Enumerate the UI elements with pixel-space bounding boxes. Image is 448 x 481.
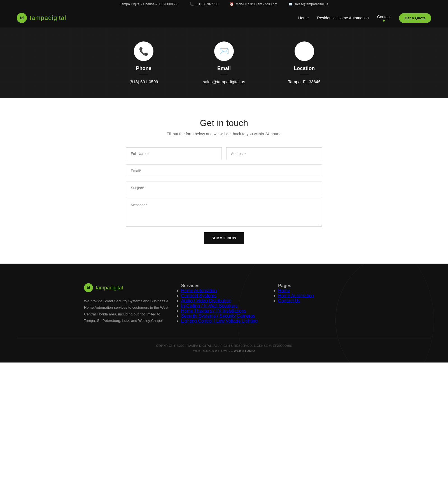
service-link-1[interactable]: Home Automation [181,288,217,293]
header: td tampadigital Home Residential Home Au… [0,8,448,27]
list-item: Home Automation [181,288,267,293]
footer-pages-list: Home Home Automation Contact Us [278,288,364,303]
list-item: Contact Us [278,298,364,303]
topbar-phone: 📞 (813) 670-7788 [190,2,218,6]
email-card-label: Email [184,66,264,71]
footer-logo-text: tampadigital [96,285,123,291]
hero-banner: 📞 Phone (813) 601-0599 ✉️ Email sales@ta… [0,27,448,98]
page-link-3[interactable]: Contact Us [278,298,300,303]
service-link-4[interactable]: In-Ceiling / In-Wall Speakers [181,303,238,308]
list-item: Security Systems / Security Cameras [181,313,267,319]
clock-icon: ⏰ [230,2,234,6]
footer-grid: td tampadigital We provide Smart Securit… [84,283,364,324]
footer-logo-colored: digital [110,285,123,291]
footer-webdesign: WEB DESIGN BY SIMPLE WEB STUDIO [17,349,431,352]
footer-col-services: Services Home Automation Control4 System… [181,283,267,324]
cta-button[interactable]: Get A Quote [399,13,431,23]
email-circle-icon: ✉️ [219,47,229,56]
list-item: In-Ceiling / In-Wall Speakers [181,303,267,308]
footer-col-pages: Pages Home Home Automation Contact Us [278,283,364,324]
footer-description: We provide Smart Security Systems and Bu… [84,298,170,324]
footer-copyright: COPYRIGHT ©2024 TAMPA DIGITAL. ALL RIGHT… [17,344,431,347]
footer-logo[interactable]: td tampadigital [84,283,170,292]
location-card-icon: ➤ [295,41,314,61]
form-title: Get in touch [126,118,322,128]
nav-residential[interactable]: Residential Home Automation [317,16,368,20]
topbar-license: Tampa Digital · License #: EF20000656 [120,2,178,6]
phone-value[interactable]: (813) 601-0599 [129,79,158,84]
email-input[interactable] [126,164,322,177]
list-item: Home [278,288,364,293]
logo-name-plain: tampa [30,14,48,21]
topbar-email: ✉️ sales@tampadigital.us [288,2,328,6]
nav-contact[interactable]: Contact [377,15,391,22]
footer-webdesign-link[interactable]: SIMPLE WEB STUDIO [221,349,255,352]
contact-form: SUBMIT NOW [126,147,322,244]
message-textarea[interactable] [126,199,322,227]
footer-services-list: Home Automation Control4 Systems Audio /… [181,288,267,324]
location-value: Tampa, FL 33646 [264,79,344,84]
location-card-label: Location [264,66,344,71]
service-link-2[interactable]: Control4 Systems [181,293,216,298]
footer-webdesign-by: WEB DESIGN BY [193,349,220,352]
hero-content: 📞 Phone (813) 601-0599 ✉️ Email sales@ta… [98,27,350,98]
contact-section: Get in touch Fill out the form below and… [115,98,333,264]
topbar-hours: ⏰ Mon-Fri : 9:00 am - 5:00 pm [230,2,277,6]
list-item: Home Automation [278,293,364,298]
topbar: Tampa Digital · License #: EF20000656 📞 … [0,0,448,8]
service-link-5[interactable]: Home Theaters / TV Installations [181,308,246,313]
footer-bottom: COPYRIGHT ©2024 TAMPA DIGITAL. ALL RIGHT… [17,338,431,352]
logo-initials: td [20,16,24,20]
submit-button[interactable]: SUBMIT NOW [204,232,244,244]
phone-card-label: Phone [104,66,184,71]
form-row-1 [126,147,322,160]
topbar-hours-text: Mon-Fri : 9:00 am - 5:00 pm [235,2,277,6]
phone-circle-icon: 📞 [139,47,149,56]
subject-input[interactable] [126,182,322,194]
email-value[interactable]: sales@tampadigital.us [203,79,245,84]
location-card: ➤ Location Tampa, FL 33646 [264,41,344,84]
email-icon: ✉️ [288,2,293,6]
footer-services-title: Services [181,283,267,288]
topbar-email-text: sales@tampadigital.us [294,2,328,6]
list-item: Control4 Systems [181,293,267,298]
list-item: Audio / Video Distribution [181,298,267,303]
phone-divider [139,75,148,75]
page-link-1[interactable]: Home [278,288,290,293]
service-link-7[interactable]: Lighting Control / Low Voltage Lighting [181,319,258,323]
service-link-6[interactable]: Security Systems / Security Cameras [181,313,255,318]
nav: Home Residential Home Automation Contact… [298,13,431,23]
footer: td tampadigital We provide Smart Securit… [0,264,448,363]
location-circle-icon: ➤ [301,47,307,56]
topbar-license-text: Tampa Digital · License #: EF20000656 [120,2,178,6]
footer-logo-plain: tampa [96,285,110,291]
location-divider [300,75,309,75]
nav-home[interactable]: Home [298,16,309,20]
email-card: ✉️ Email sales@tampadigital.us [184,41,264,84]
list-item: Home Theaters / TV Installations [181,308,267,313]
topbar-phone-text: (813) 670-7788 [195,2,218,6]
page-link-2[interactable]: Home Automation [278,293,314,298]
logo-name-colored: digital [48,14,66,21]
footer-logo-initials: td [87,286,90,290]
email-card-icon: ✉️ [214,41,234,61]
address-input[interactable] [226,147,322,160]
full-name-input[interactable] [126,147,222,160]
list-item: Lighting Control / Low Voltage Lighting [181,319,267,324]
footer-pages-title: Pages [278,283,364,288]
footer-col-brand: td tampadigital We provide Smart Securit… [84,283,170,324]
logo-circle: td [17,13,27,23]
email-divider [220,75,228,75]
form-subtitle: Fill out the form below and we will get … [126,132,322,136]
phone-card: 📞 Phone (813) 601-0599 [104,41,184,84]
footer-logo-circle: td [84,283,93,292]
phone-card-icon: 📞 [134,41,153,61]
logo[interactable]: td tampadigital [17,13,66,23]
phone-icon: 📞 [190,2,194,6]
service-link-3[interactable]: Audio / Video Distribution [181,298,231,303]
logo-text: tampadigital [30,14,66,22]
